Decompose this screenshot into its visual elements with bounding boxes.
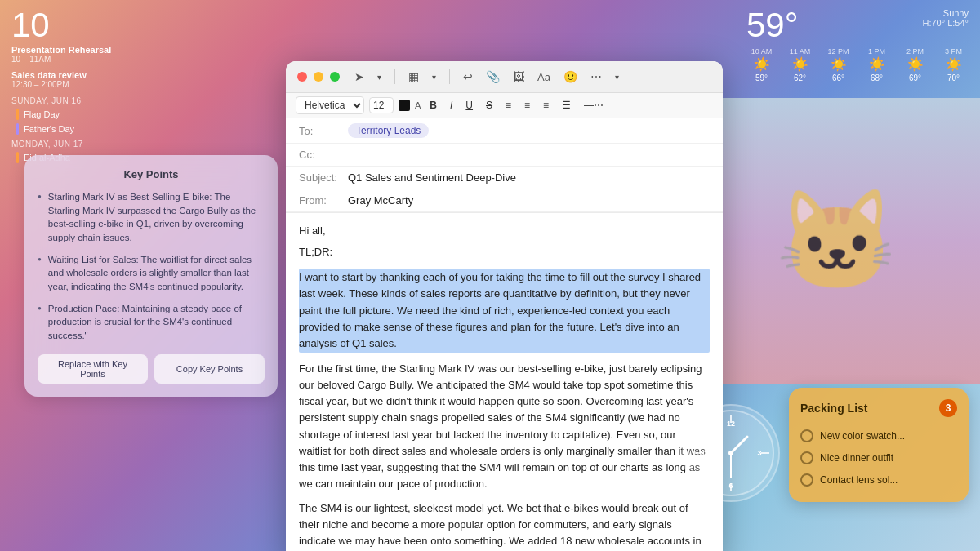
- photo-dropdown-icon[interactable]: ▾: [615, 73, 619, 82]
- email-window: ➤ ▾ ▦ ▾ ↩ 📎 🖼 Aa 🙂 ⋯ ▾ Helvetica A: [286, 61, 723, 551]
- key-point-2: ● Production Pace: Maintaining a steady …: [38, 302, 265, 343]
- cal-date-header-1: SUNDAY, JUN 16: [0, 93, 216, 107]
- replace-key-points-button[interactable]: Replace with Key Points: [38, 354, 148, 384]
- calendar-event-2: Sales data review 12:30 – 2:00PM: [0, 68, 216, 91]
- emoji-icon[interactable]: 🙂: [564, 70, 577, 83]
- text-color-swatch[interactable]: [399, 100, 410, 111]
- copy-key-points-button[interactable]: Copy Key Points: [154, 354, 265, 384]
- weather-widget: 59° Sunny H:70° L:54° 10 AM ☀️ 59° 11 AM…: [735, 0, 980, 91]
- cal-dot-3: [16, 152, 19, 163]
- close-button[interactable]: [297, 72, 307, 82]
- toolbar-separator-1: [394, 69, 395, 84]
- desktop: 10 Presentation Rehearsal 10 – 11AM Sale…: [0, 0, 980, 551]
- weather-highlow: H:70° L:54°: [923, 18, 969, 28]
- cat-icon: 🐱: [776, 184, 898, 299]
- packing-item-text-0: New color swatch...: [820, 430, 905, 442]
- cal-date-header-2: MONDAY, JUN 17: [0, 136, 216, 150]
- packing-checkbox-1[interactable]: [800, 451, 813, 464]
- email-para-1: For the first time, the Starling Mark IV…: [299, 361, 710, 492]
- cal-date-event-2: Father's Day: [0, 122, 216, 136]
- forecast-3: 1 PM ☀️ 68°: [862, 47, 892, 82]
- email-fields: To: Territory Leads Cc: Subject: Q1 Sale…: [286, 118, 723, 213]
- italic-button[interactable]: I: [446, 98, 457, 113]
- event-title-1: Presentation Rehearsal: [11, 45, 205, 55]
- svg-text:12: 12: [727, 420, 735, 428]
- from-field-row: From: Gray McCarty: [286, 189, 723, 212]
- attachment-icon[interactable]: 📎: [486, 70, 500, 83]
- email-toolbar: ➤ ▾ ▦ ▾ ↩ 📎 🖼 Aa 🙂 ⋯ ▾: [354, 69, 619, 84]
- packing-item-1[interactable]: Nice dinner outfit: [800, 447, 957, 469]
- font-size-input[interactable]: [369, 97, 394, 113]
- event-time-1: 10 – 11AM: [11, 55, 205, 64]
- send-dropdown-icon[interactable]: ▾: [377, 73, 381, 82]
- to-field[interactable]: Territory Leads: [348, 123, 429, 138]
- cat-image-area: 🐱: [694, 98, 980, 384]
- strikethrough-button[interactable]: S: [482, 98, 497, 113]
- more-icon[interactable]: ⋯: [590, 70, 602, 83]
- key-point-1: ● Waiting List for Sales: The waitlist f…: [38, 253, 265, 294]
- calendar-widget: 10 Presentation Rehearsal 10 – 11AM Sale…: [0, 0, 216, 173]
- subject-label: Subject:: [299, 171, 348, 184]
- font-icon[interactable]: Aa: [537, 71, 550, 83]
- packing-item-text-2: Contact lens sol...: [820, 474, 898, 486]
- key-point-0: ● Starling Mark IV as Best-Selling E-bik…: [38, 190, 265, 245]
- photo-icon[interactable]: 🖼: [513, 70, 524, 83]
- weather-temperature: 59°: [746, 8, 799, 42]
- bullet-2: ●: [38, 304, 42, 313]
- packing-checkbox-2[interactable]: [800, 473, 813, 487]
- cc-field-row: Cc:: [286, 144, 723, 167]
- font-select[interactable]: Helvetica: [296, 96, 364, 114]
- minimize-button[interactable]: [314, 72, 323, 82]
- packing-item-text-1: Nice dinner outfit: [820, 452, 893, 464]
- layout-dropdown-icon[interactable]: ▾: [432, 73, 436, 82]
- align-center-button[interactable]: ≡: [520, 98, 534, 113]
- weather-info: Sunny H:70° L:54°: [923, 8, 969, 28]
- key-points-widget: Key Points ● Starling Mark IV as Best-Se…: [24, 155, 278, 397]
- clock-widget: 12 3 6 9: [682, 404, 780, 502]
- key-point-text-2: Production Pace: Maintaining a steady pa…: [48, 302, 265, 343]
- send-icon[interactable]: ➤: [354, 70, 364, 83]
- bold-button[interactable]: B: [425, 98, 441, 113]
- packing-item-0[interactable]: New color swatch...: [800, 425, 957, 447]
- email-titlebar: ➤ ▾ ▦ ▾ ↩ 📎 🖼 Aa 🙂 ⋯ ▾: [286, 61, 723, 93]
- bullet-1: ●: [38, 255, 42, 264]
- packing-count: 3: [939, 399, 957, 417]
- forecast-0: 10 AM ☀️ 59°: [746, 47, 777, 82]
- maximize-button[interactable]: [330, 72, 340, 82]
- email-selected-paragraph: I want to start by thanking each of you …: [299, 269, 710, 353]
- packing-item-2[interactable]: Contact lens sol...: [800, 469, 957, 491]
- email-body[interactable]: Hi all, TL;DR: I want to start by thanki…: [286, 213, 723, 551]
- cal-date-event-1: Flag Day: [0, 107, 216, 122]
- weather-top: 59° Sunny H:70° L:54°: [746, 8, 969, 42]
- align-left-button[interactable]: ≡: [501, 98, 515, 113]
- format-bar: Helvetica A B I U S ≡ ≡ ≡ ☰ —⋯: [286, 93, 723, 118]
- subject-field[interactable]: Q1 Sales and Sentiment Deep-Dive: [348, 171, 710, 184]
- undo-icon[interactable]: ↩: [463, 70, 473, 83]
- event-title-2: Sales data review: [11, 70, 205, 80]
- weather-forecast: 10 AM ☀️ 59° 11 AM ☀️ 62° 12 PM ☀️ 66° 1…: [746, 47, 969, 82]
- highlight-icon[interactable]: A: [415, 100, 421, 110]
- packing-header: Packing List 3: [800, 399, 957, 417]
- clock-svg: 12 3 6 9: [686, 408, 776, 498]
- underline-button[interactable]: U: [461, 98, 477, 113]
- from-field: Gray McCarty: [348, 194, 710, 207]
- from-label: From:: [299, 194, 348, 207]
- packing-title: Packing List: [800, 402, 867, 415]
- layout-icon[interactable]: ▦: [408, 70, 419, 83]
- key-points-buttons: Replace with Key Points Copy Key Points: [38, 354, 265, 384]
- packing-list-widget: Packing List 3 New color swatch... Nice …: [789, 388, 969, 502]
- svg-text:3: 3: [757, 449, 761, 457]
- subject-field-row: Subject: Q1 Sales and Sentiment Deep-Div…: [286, 167, 723, 189]
- align-right-button[interactable]: ≡: [539, 98, 553, 113]
- packing-checkbox-0[interactable]: [800, 429, 813, 442]
- key-point-text-1: Waiting List for Sales: The waitlist for…: [48, 253, 265, 294]
- more-format-button[interactable]: —⋯: [580, 98, 608, 113]
- event-time-2: 12:30 – 2:00PM: [11, 80, 205, 89]
- key-point-text-0: Starling Mark IV as Best-Selling E-bike:…: [48, 190, 265, 245]
- email-para-2: The SM4 is our lightest, sleekest model …: [299, 500, 710, 551]
- email-greeting: Hi all,: [299, 223, 710, 239]
- forecast-1: 11 AM ☀️ 62°: [785, 47, 815, 82]
- list-button[interactable]: ☰: [558, 98, 575, 113]
- cal-dot-1: [16, 109, 19, 120]
- forecast-2: 12 PM ☀️ 66°: [823, 47, 853, 82]
